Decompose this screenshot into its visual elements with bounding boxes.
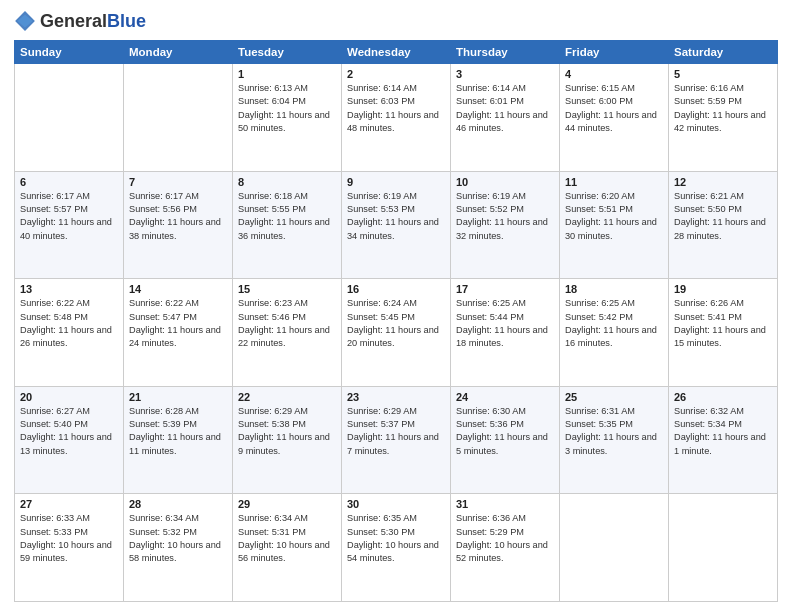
day-number: 21 — [129, 391, 227, 403]
day-number: 25 — [565, 391, 663, 403]
day-info: Sunrise: 6:32 AMSunset: 5:34 PMDaylight:… — [674, 405, 772, 458]
day-info: Sunrise: 6:27 AMSunset: 5:40 PMDaylight:… — [20, 405, 118, 458]
day-info: Sunrise: 6:23 AMSunset: 5:46 PMDaylight:… — [238, 297, 336, 350]
day-number: 19 — [674, 283, 772, 295]
day-info: Sunrise: 6:14 AMSunset: 6:03 PMDaylight:… — [347, 82, 445, 135]
day-header-sunday: Sunday — [15, 41, 124, 64]
logo-icon — [14, 10, 36, 32]
day-info: Sunrise: 6:29 AMSunset: 5:38 PMDaylight:… — [238, 405, 336, 458]
day-info: Sunrise: 6:13 AMSunset: 6:04 PMDaylight:… — [238, 82, 336, 135]
calendar-cell — [560, 494, 669, 602]
calendar-cell: 21Sunrise: 6:28 AMSunset: 5:39 PMDayligh… — [124, 386, 233, 494]
day-number: 15 — [238, 283, 336, 295]
day-number: 6 — [20, 176, 118, 188]
calendar-cell: 15Sunrise: 6:23 AMSunset: 5:46 PMDayligh… — [233, 279, 342, 387]
day-info: Sunrise: 6:33 AMSunset: 5:33 PMDaylight:… — [20, 512, 118, 565]
calendar-cell: 19Sunrise: 6:26 AMSunset: 5:41 PMDayligh… — [669, 279, 778, 387]
calendar-cell: 28Sunrise: 6:34 AMSunset: 5:32 PMDayligh… — [124, 494, 233, 602]
day-number: 9 — [347, 176, 445, 188]
logo-general: GeneralBlue — [40, 11, 146, 32]
calendar-cell: 1Sunrise: 6:13 AMSunset: 6:04 PMDaylight… — [233, 64, 342, 172]
calendar-cell: 27Sunrise: 6:33 AMSunset: 5:33 PMDayligh… — [15, 494, 124, 602]
calendar-cell: 18Sunrise: 6:25 AMSunset: 5:42 PMDayligh… — [560, 279, 669, 387]
calendar-cell: 26Sunrise: 6:32 AMSunset: 5:34 PMDayligh… — [669, 386, 778, 494]
day-number: 4 — [565, 68, 663, 80]
day-info: Sunrise: 6:20 AMSunset: 5:51 PMDaylight:… — [565, 190, 663, 243]
day-header-tuesday: Tuesday — [233, 41, 342, 64]
day-number: 26 — [674, 391, 772, 403]
day-number: 20 — [20, 391, 118, 403]
day-info: Sunrise: 6:18 AMSunset: 5:55 PMDaylight:… — [238, 190, 336, 243]
calendar-week-4: 20Sunrise: 6:27 AMSunset: 5:40 PMDayligh… — [15, 386, 778, 494]
page: GeneralBlue SundayMondayTuesdayWednesday… — [0, 0, 792, 612]
day-header-thursday: Thursday — [451, 41, 560, 64]
day-info: Sunrise: 6:19 AMSunset: 5:53 PMDaylight:… — [347, 190, 445, 243]
day-info: Sunrise: 6:34 AMSunset: 5:31 PMDaylight:… — [238, 512, 336, 565]
calendar-cell — [669, 494, 778, 602]
calendar-cell: 23Sunrise: 6:29 AMSunset: 5:37 PMDayligh… — [342, 386, 451, 494]
calendar-week-3: 13Sunrise: 6:22 AMSunset: 5:48 PMDayligh… — [15, 279, 778, 387]
calendar-cell: 6Sunrise: 6:17 AMSunset: 5:57 PMDaylight… — [15, 171, 124, 279]
calendar-header-row: SundayMondayTuesdayWednesdayThursdayFrid… — [15, 41, 778, 64]
day-info: Sunrise: 6:31 AMSunset: 5:35 PMDaylight:… — [565, 405, 663, 458]
calendar-cell: 9Sunrise: 6:19 AMSunset: 5:53 PMDaylight… — [342, 171, 451, 279]
day-number: 31 — [456, 498, 554, 510]
day-info: Sunrise: 6:22 AMSunset: 5:47 PMDaylight:… — [129, 297, 227, 350]
calendar-cell: 25Sunrise: 6:31 AMSunset: 5:35 PMDayligh… — [560, 386, 669, 494]
day-info: Sunrise: 6:28 AMSunset: 5:39 PMDaylight:… — [129, 405, 227, 458]
day-number: 17 — [456, 283, 554, 295]
day-info: Sunrise: 6:25 AMSunset: 5:42 PMDaylight:… — [565, 297, 663, 350]
calendar-cell: 30Sunrise: 6:35 AMSunset: 5:30 PMDayligh… — [342, 494, 451, 602]
day-number: 3 — [456, 68, 554, 80]
calendar-cell: 14Sunrise: 6:22 AMSunset: 5:47 PMDayligh… — [124, 279, 233, 387]
day-info: Sunrise: 6:19 AMSunset: 5:52 PMDaylight:… — [456, 190, 554, 243]
day-number: 23 — [347, 391, 445, 403]
calendar-cell: 13Sunrise: 6:22 AMSunset: 5:48 PMDayligh… — [15, 279, 124, 387]
logo-text-blue: Blue — [107, 11, 146, 31]
calendar-cell: 17Sunrise: 6:25 AMSunset: 5:44 PMDayligh… — [451, 279, 560, 387]
calendar-cell: 29Sunrise: 6:34 AMSunset: 5:31 PMDayligh… — [233, 494, 342, 602]
day-info: Sunrise: 6:21 AMSunset: 5:50 PMDaylight:… — [674, 190, 772, 243]
calendar-cell: 12Sunrise: 6:21 AMSunset: 5:50 PMDayligh… — [669, 171, 778, 279]
day-number: 1 — [238, 68, 336, 80]
day-number: 29 — [238, 498, 336, 510]
day-info: Sunrise: 6:30 AMSunset: 5:36 PMDaylight:… — [456, 405, 554, 458]
day-number: 28 — [129, 498, 227, 510]
logo: GeneralBlue — [14, 10, 146, 32]
calendar-cell: 4Sunrise: 6:15 AMSunset: 6:00 PMDaylight… — [560, 64, 669, 172]
calendar-cell: 20Sunrise: 6:27 AMSunset: 5:40 PMDayligh… — [15, 386, 124, 494]
calendar-cell: 31Sunrise: 6:36 AMSunset: 5:29 PMDayligh… — [451, 494, 560, 602]
day-info: Sunrise: 6:17 AMSunset: 5:57 PMDaylight:… — [20, 190, 118, 243]
calendar-week-2: 6Sunrise: 6:17 AMSunset: 5:57 PMDaylight… — [15, 171, 778, 279]
calendar-cell: 22Sunrise: 6:29 AMSunset: 5:38 PMDayligh… — [233, 386, 342, 494]
day-info: Sunrise: 6:24 AMSunset: 5:45 PMDaylight:… — [347, 297, 445, 350]
day-number: 5 — [674, 68, 772, 80]
day-number: 8 — [238, 176, 336, 188]
day-info: Sunrise: 6:29 AMSunset: 5:37 PMDaylight:… — [347, 405, 445, 458]
day-number: 2 — [347, 68, 445, 80]
calendar-cell — [124, 64, 233, 172]
day-number: 18 — [565, 283, 663, 295]
day-number: 12 — [674, 176, 772, 188]
day-header-monday: Monday — [124, 41, 233, 64]
day-number: 27 — [20, 498, 118, 510]
calendar-table: SundayMondayTuesdayWednesdayThursdayFrid… — [14, 40, 778, 602]
calendar-week-5: 27Sunrise: 6:33 AMSunset: 5:33 PMDayligh… — [15, 494, 778, 602]
calendar-cell: 3Sunrise: 6:14 AMSunset: 6:01 PMDaylight… — [451, 64, 560, 172]
calendar-cell: 8Sunrise: 6:18 AMSunset: 5:55 PMDaylight… — [233, 171, 342, 279]
calendar-week-1: 1Sunrise: 6:13 AMSunset: 6:04 PMDaylight… — [15, 64, 778, 172]
day-info: Sunrise: 6:36 AMSunset: 5:29 PMDaylight:… — [456, 512, 554, 565]
day-number: 10 — [456, 176, 554, 188]
day-info: Sunrise: 6:25 AMSunset: 5:44 PMDaylight:… — [456, 297, 554, 350]
day-info: Sunrise: 6:26 AMSunset: 5:41 PMDaylight:… — [674, 297, 772, 350]
header: GeneralBlue — [14, 10, 778, 32]
day-info: Sunrise: 6:22 AMSunset: 5:48 PMDaylight:… — [20, 297, 118, 350]
calendar-cell — [15, 64, 124, 172]
calendar-cell: 5Sunrise: 6:16 AMSunset: 5:59 PMDaylight… — [669, 64, 778, 172]
logo-text-general: General — [40, 11, 107, 31]
calendar-cell: 2Sunrise: 6:14 AMSunset: 6:03 PMDaylight… — [342, 64, 451, 172]
day-info: Sunrise: 6:35 AMSunset: 5:30 PMDaylight:… — [347, 512, 445, 565]
calendar-cell: 16Sunrise: 6:24 AMSunset: 5:45 PMDayligh… — [342, 279, 451, 387]
day-header-friday: Friday — [560, 41, 669, 64]
svg-marker-1 — [17, 14, 32, 27]
